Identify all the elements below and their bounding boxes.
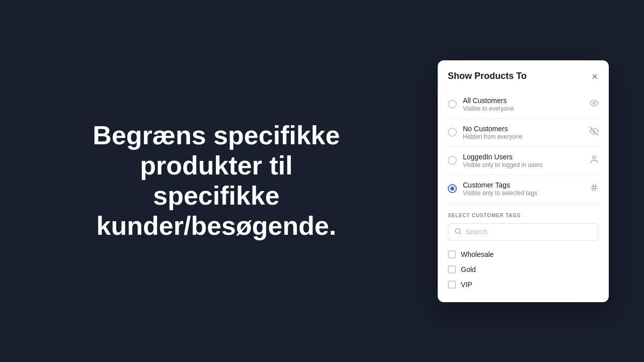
search-icon — [454, 228, 461, 236]
option-desc-customer-tags: Visible only to selected tags — [463, 190, 537, 197]
right-section: Show Products To × All Customers Visible… — [433, 60, 614, 302]
option-no-customers[interactable]: No Customers Hidden from everyone — [448, 119, 599, 147]
search-box[interactable] — [448, 223, 599, 241]
eye-off-icon — [590, 127, 599, 138]
svg-line-6 — [595, 184, 596, 191]
option-all-customers[interactable]: All Customers Visible to everyone — [448, 90, 599, 119]
close-button[interactable]: × — [591, 70, 599, 82]
eye-icon — [590, 99, 599, 110]
tag-label-wholesale: Wholesale — [461, 250, 494, 258]
option-label-customer-tags: Customer Tags — [463, 181, 537, 189]
modal-body: All Customers Visible to everyone No — [438, 90, 609, 302]
tag-gold[interactable]: Gold — [448, 262, 599, 277]
tags-section-label: SELECT CUSTOMER TAGS — [448, 213, 599, 218]
search-input[interactable] — [465, 228, 592, 236]
hash-icon — [590, 183, 599, 194]
option-desc-loggedin-users: Visible only to logged in users — [463, 161, 543, 168]
option-label-no-customers: No Customers — [463, 125, 522, 133]
option-desc-no-customers: Hidden from everyone — [463, 133, 522, 140]
svg-line-5 — [593, 184, 594, 191]
left-section: Begræns specifikke produkter til specifi… — [0, 90, 433, 271]
checkbox-vip[interactable] — [448, 281, 456, 289]
svg-line-8 — [459, 232, 461, 234]
modal-title: Show Products To — [448, 71, 527, 81]
radio-customer-tags[interactable] — [448, 184, 457, 193]
modal-header: Show Products To × — [438, 60, 609, 90]
option-label-all-customers: All Customers — [463, 97, 514, 105]
radio-all-customers[interactable] — [448, 100, 457, 109]
svg-point-2 — [593, 156, 596, 159]
tag-wholesale[interactable]: Wholesale — [448, 247, 599, 262]
divider — [448, 205, 599, 206]
tag-label-gold: Gold — [461, 265, 476, 274]
modal: Show Products To × All Customers Visible… — [438, 60, 609, 302]
radio-loggedin-users[interactable] — [448, 156, 457, 165]
checkbox-wholesale[interactable] — [448, 250, 456, 258]
hero-heading: Begræns specifikke produkter til specifi… — [75, 121, 357, 241]
option-desc-all-customers: Visible to everyone — [463, 105, 514, 112]
user-icon — [590, 155, 599, 166]
option-label-loggedin-users: LoggedIn Users — [463, 153, 543, 161]
checkbox-gold[interactable] — [448, 265, 456, 274]
option-loggedin-users[interactable]: LoggedIn Users Visible only to logged in… — [448, 147, 599, 175]
tag-vip[interactable]: VIP — [448, 277, 599, 292]
svg-point-0 — [593, 102, 596, 105]
tag-label-vip: VIP — [461, 281, 472, 289]
radio-no-customers[interactable] — [448, 128, 457, 137]
option-customer-tags[interactable]: Customer Tags Visible only to selected t… — [448, 175, 599, 203]
